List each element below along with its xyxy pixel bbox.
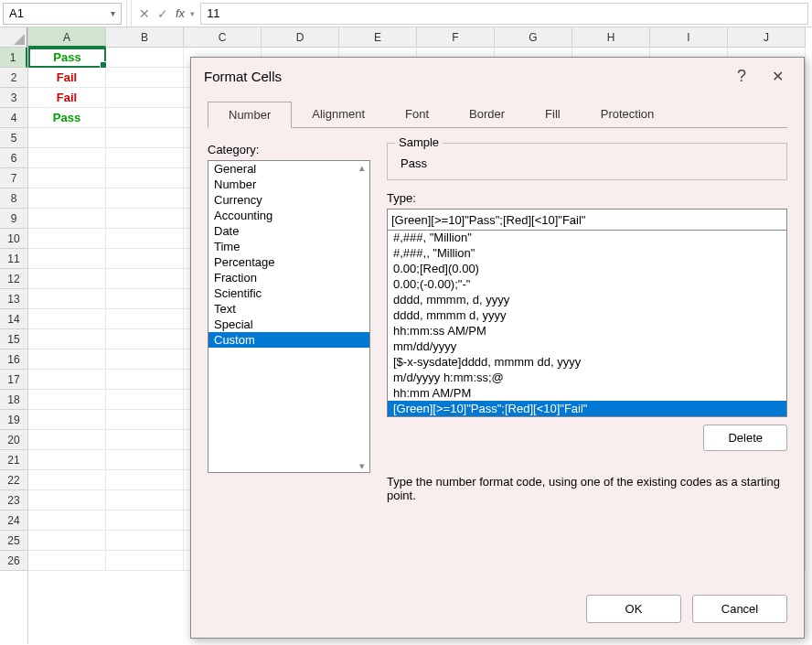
row-header[interactable]: 24 [0,511,27,531]
tab-font[interactable]: Font [385,102,449,128]
row-header[interactable]: 14 [0,309,27,329]
cell[interactable]: Fail [28,68,106,88]
tab-number[interactable]: Number [208,102,292,128]
cell[interactable] [28,289,106,309]
row-header[interactable]: 22 [0,470,27,490]
column-header[interactable]: E [339,27,417,48]
row-header[interactable]: 5 [0,128,27,148]
format-item[interactable]: #,###, "Million" [388,231,786,245]
category-item[interactable]: Accounting [208,208,369,223]
column-header[interactable]: C [184,27,262,48]
format-item[interactable]: dddd, mmmm, d, yyyy [388,292,786,307]
row-header[interactable]: 2 [0,68,27,88]
row-header[interactable]: 21 [0,450,27,470]
cell[interactable] [106,128,184,148]
category-item[interactable]: Time [208,239,369,254]
column-header[interactable]: F [417,27,495,48]
row-header[interactable]: 15 [0,329,27,349]
column-header[interactable]: I [650,27,728,48]
cell[interactable] [28,168,106,188]
cell[interactable]: Pass [28,48,106,68]
format-item[interactable]: hh:mm AM/PM [388,385,786,401]
cell[interactable] [28,551,106,571]
cell[interactable] [106,490,184,511]
row-header[interactable]: 19 [0,410,27,430]
category-item[interactable]: Date [208,223,369,239]
tab-border[interactable]: Border [449,102,525,128]
format-item[interactable]: mm/dd/yyyy [388,339,786,354]
cell[interactable] [28,349,106,370]
cell[interactable] [28,531,106,551]
format-codes-listbox[interactable]: #,###, "Million"#,###,, "Million"0.00;[R… [387,231,787,417]
row-header[interactable]: 20 [0,430,27,450]
scroll-down-icon[interactable]: ▾ [357,460,368,471]
cell[interactable] [28,229,106,249]
cell[interactable] [106,370,184,390]
cell[interactable] [106,188,184,209]
accept-icon[interactable]: ✓ [157,6,168,21]
cell[interactable] [106,269,184,289]
cell[interactable] [106,329,184,349]
cell[interactable] [28,249,106,269]
category-item[interactable]: Custom [208,332,369,348]
cell[interactable] [28,430,106,450]
row-header[interactable]: 10 [0,229,27,249]
format-item[interactable]: #,###,, "Million" [388,245,786,261]
row-header[interactable]: 18 [0,390,27,410]
row-header[interactable]: 6 [0,148,27,168]
close-icon[interactable]: ✕ [764,64,791,89]
row-header[interactable]: 11 [0,249,27,269]
column-header[interactable]: H [572,27,650,48]
select-all-corner[interactable] [0,27,27,48]
fx-dropdown-icon[interactable]: ▾ [190,9,195,18]
cell[interactable] [106,531,184,551]
fx-icon[interactable]: fx [176,6,185,20]
formula-bar-resize-handle[interactable] [126,0,132,27]
row-header[interactable]: 12 [0,269,27,289]
cell[interactable] [28,470,106,490]
name-box-dropdown-icon[interactable]: ▾ [104,8,121,18]
column-header[interactable]: A [28,27,106,48]
row-header[interactable]: 23 [0,490,27,511]
tab-fill[interactable]: Fill [525,102,581,128]
cell[interactable] [106,309,184,329]
cell[interactable] [28,511,106,531]
row-header[interactable]: 4 [0,108,27,128]
cell[interactable] [106,209,184,229]
column-header[interactable]: D [262,27,339,48]
cell[interactable] [106,511,184,531]
cell[interactable] [106,289,184,309]
format-item[interactable]: 0.00;[Red](0.00) [388,261,786,276]
cell[interactable] [106,430,184,450]
format-item[interactable]: hh:mm:ss AM/PM [388,323,786,339]
column-header[interactable]: J [728,27,806,48]
cell[interactable]: Pass [28,108,106,128]
category-item[interactable]: Percentage [208,254,369,270]
format-item[interactable]: m/d/yyyy h:mm:ss;@ [388,370,786,385]
help-icon[interactable]: ? [737,67,746,86]
cancel-button[interactable]: Cancel [692,595,787,623]
cell[interactable] [106,148,184,168]
category-item[interactable]: Scientific [208,285,369,301]
category-item[interactable]: Special [208,317,369,332]
column-header[interactable]: G [495,27,572,48]
row-header[interactable]: 17 [0,370,27,390]
row-header[interactable]: 26 [0,551,27,571]
cell[interactable] [28,490,106,511]
row-header[interactable]: 7 [0,168,27,188]
row-header[interactable]: 13 [0,289,27,309]
cell[interactable] [106,551,184,571]
row-header[interactable]: 25 [0,531,27,551]
cell[interactable] [28,209,106,229]
tab-alignment[interactable]: Alignment [292,102,385,128]
format-item[interactable]: 0.00;(-0.00);"-" [388,276,786,292]
cell[interactable] [106,48,184,68]
category-item[interactable]: General [208,161,369,177]
cell[interactable] [28,450,106,470]
row-header[interactable]: 16 [0,349,27,370]
cell[interactable] [28,188,106,209]
type-input[interactable] [387,209,787,231]
cell[interactable] [106,88,184,108]
category-item[interactable]: Text [208,301,369,317]
format-item[interactable]: [Green][>=10]"Pass";[Red][<10]"Fail" [388,401,786,416]
